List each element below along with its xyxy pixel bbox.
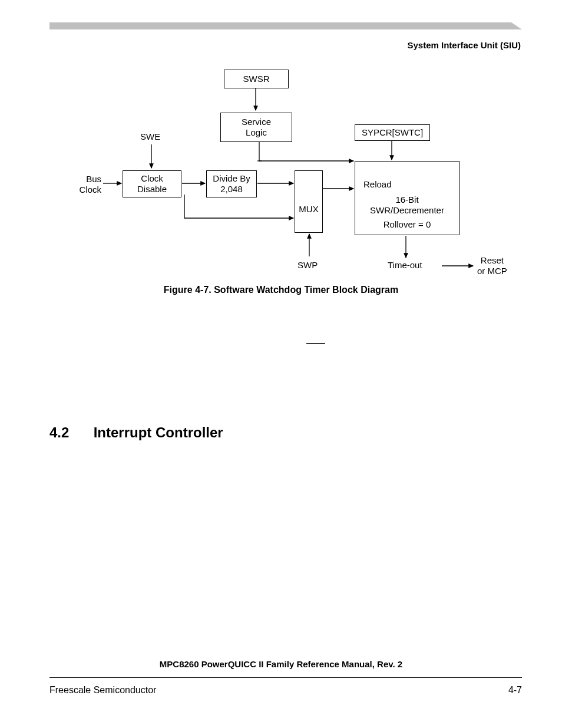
section-heading: 4.2 Interrupt Controller (49, 424, 223, 441)
swsr-box: SWSR (224, 70, 289, 88)
swe-label: SWE (140, 131, 160, 142)
divide-label: Divide By 2,048 (213, 173, 250, 195)
mux-box: MUX (295, 170, 323, 233)
sypcr-box: SYPCR[SWTC] (355, 124, 430, 141)
mid-dash (306, 343, 325, 344)
clock-disable-box: Clock Disable (123, 170, 181, 197)
service-logic-label: Service Logic (242, 117, 271, 138)
sypcr-label: SYPCR[SWTC] (362, 127, 423, 138)
header-rule (49, 22, 522, 29)
figure-caption: Figure 4-7. Software Watchdog Timer Bloc… (0, 285, 562, 295)
clock-disable-label: Clock Disable (137, 173, 167, 195)
section-number: 4.2 (49, 424, 90, 441)
mux-label: MUX (295, 204, 322, 215)
footer-left: Freescale Semiconductor (49, 685, 156, 696)
decrementer-box: Reload 16-Bit SWR/Decrementer Rollover =… (355, 161, 459, 235)
bit16-label: 16-Bit SWR/Decrementer (355, 195, 459, 216)
reload-label: Reload (363, 179, 392, 190)
footer-rule (49, 677, 522, 678)
reset-label: Reset or MCP (477, 255, 507, 276)
bus-clock-label: Bus Clock (66, 174, 101, 195)
block-diagram: SWSR Service Logic SWE Bus Clock Clock D… (59, 68, 524, 280)
divide-box: Divide By 2,048 (206, 170, 257, 197)
timeout-label: Time-out (388, 260, 422, 271)
page-header-right: System Interface Unit (SIU) (407, 40, 521, 50)
swsr-label: SWSR (243, 74, 270, 84)
swp-label: SWP (297, 260, 318, 271)
section-title: Interrupt Controller (94, 424, 223, 440)
footer-right: 4-7 (508, 685, 522, 696)
page: System Interface Unit (SIU) (0, 0, 562, 728)
service-logic-box: Service Logic (220, 113, 292, 142)
rollover-label: Rollover = 0 (355, 219, 459, 230)
footer-title: MPC8260 PowerQUICC II Family Reference M… (0, 659, 562, 669)
